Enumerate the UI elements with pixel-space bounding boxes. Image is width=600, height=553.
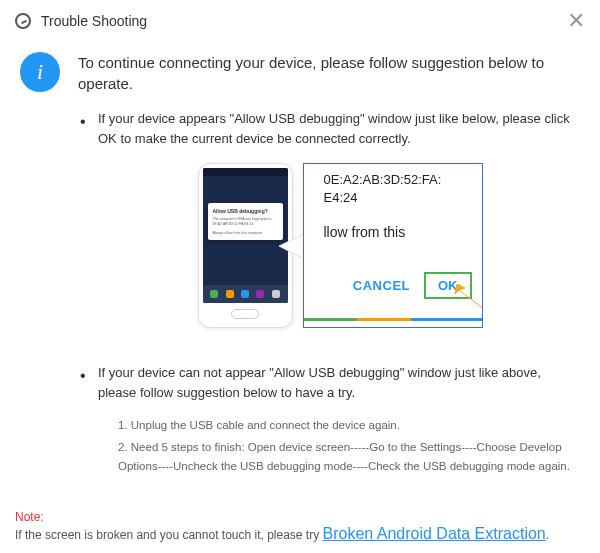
close-button[interactable]: ✕ [567, 10, 585, 32]
dialog-title: Trouble Shooting [41, 13, 567, 29]
step-2: 2. Need 5 steps to finish: Open device s… [118, 438, 570, 475]
wrench-icon [15, 13, 31, 29]
zoom-fingerprint-2: E4:24 [324, 190, 358, 205]
bullet-list: If your device appears "Allow USB debugg… [0, 94, 600, 148]
zoom-fingerprint-1: 0E:A2:AB:3D:52:FA: [324, 172, 442, 187]
dock-icon [256, 290, 264, 298]
note-label: Note: [15, 510, 44, 524]
popup-body: The computer's RSA key fingerprint is: 0… [213, 217, 278, 227]
broken-android-link[interactable]: Broken Android Data Extraction [323, 525, 546, 542]
intro-section: i To continue connecting your device, pl… [0, 42, 600, 94]
note-text: If the screen is broken and you cannot t… [15, 528, 323, 542]
dialog-header: Trouble Shooting ✕ [0, 0, 600, 42]
info-icon: i [20, 52, 60, 92]
bullet-item-1: If your device appears "Allow USB debugg… [80, 109, 570, 148]
popup-title: Allow USB debugging? [213, 208, 278, 214]
steps-list: 1. Unplug the USB cable and connect the … [0, 416, 600, 475]
zoom-allow-text: llow from this [324, 224, 406, 240]
svg-marker-0 [279, 234, 304, 259]
home-button-icon [231, 309, 259, 319]
dock-icon [272, 290, 280, 298]
dock-icon [241, 290, 249, 298]
bullet-list-2: If your device can not appear "Allow USB… [0, 348, 600, 402]
illustration: Allow USB debugging? The computer's RSA … [80, 163, 600, 328]
zoom-bottom-bar [304, 318, 482, 321]
dock-icon [210, 290, 218, 298]
callout-pointer-icon [279, 234, 304, 259]
zoom-cancel-button: CANCEL [353, 278, 410, 293]
arrow-icon [447, 282, 483, 312]
step-1: 1. Unplug the USB cable and connect the … [118, 416, 570, 434]
phone-popup: Allow USB debugging? The computer's RSA … [208, 203, 283, 240]
zoom-mockup: 0E:A2:AB:3D:52:FA: E4:24 llow from this … [303, 163, 483, 328]
bullet-item-2: If your device can not appear "Allow USB… [80, 363, 570, 402]
dock-icon [226, 290, 234, 298]
popup-check: Always allow from this computer [213, 231, 278, 235]
phone-mockup: Allow USB debugging? The computer's RSA … [198, 163, 293, 328]
intro-text: To continue connecting your device, plea… [78, 52, 580, 94]
footer-note: Note: If the screen is broken and you ca… [15, 507, 585, 543]
